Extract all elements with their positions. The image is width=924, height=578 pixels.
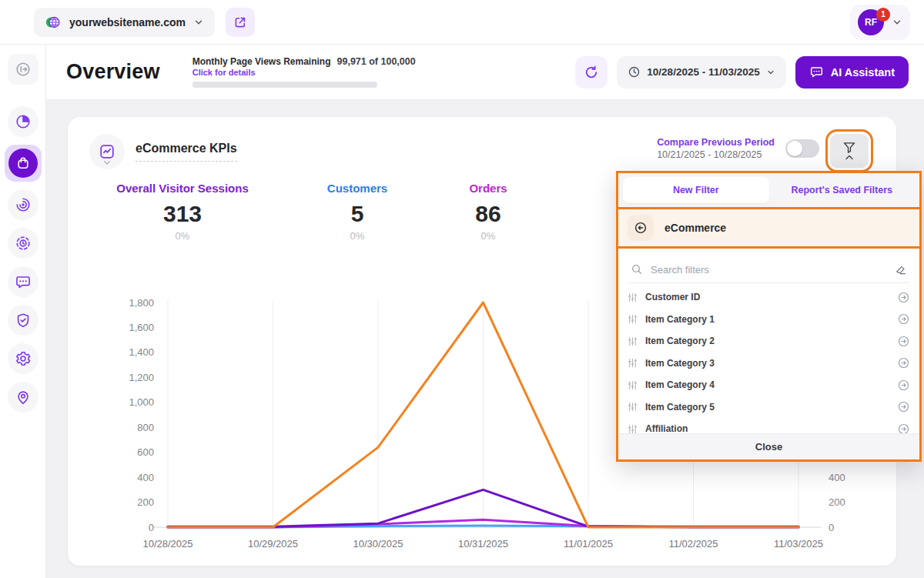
svg-text:11/03/2025: 11/03/2025 [774,538,823,550]
filter-item-item-category-5[interactable]: Item Category 5 [628,396,910,419]
svg-text:10/31/2025: 10/31/2025 [458,538,508,550]
sidebar-item-dashboard[interactable] [8,106,38,137]
filter-item-label: Item Category 4 [645,379,889,390]
notification-badge: 1 [876,8,890,22]
open-website-button[interactable] [226,8,255,37]
arrow-right-circle-icon[interactable] [897,312,910,326]
chevron-down-icon [892,17,902,28]
filter-item-item-category-2[interactable]: Item Category 2 [628,330,910,352]
filter-list: Customer IDItem Category 1Item Category … [618,283,919,433]
svg-text:10/30/2025: 10/30/2025 [353,538,403,550]
session-record-icon [15,235,32,252]
chat-bubble-icon [15,273,32,290]
svg-text:400: 400 [829,472,845,483]
filter-item-item-category-3[interactable]: Item Category 3 [628,352,910,375]
sliders-icon [628,358,638,368]
page-views-value: 99,971 of 100,000 [337,56,416,67]
filter-button[interactable] [830,134,869,168]
filter-item-item-category-4[interactable]: Item Category 4 [628,374,910,396]
svg-text:200: 200 [137,496,154,508]
svg-text:1,000: 1,000 [129,396,154,408]
compare-label: Compare Previous Period [657,137,775,148]
widget-menu-button[interactable] [89,134,125,169]
tab-new-filter[interactable]: New Filter [623,177,769,203]
sidebar-item-behavior[interactable] [8,189,38,220]
sliders-icon [628,292,638,302]
kpi-label: Overall Visitor Sessions [105,182,259,195]
svg-text:1,600: 1,600 [129,322,154,333]
arrow-right-circle-icon[interactable] [897,291,910,304]
page-views-remaining: Monthly Page Views Remaining 99,971 of 1… [192,56,416,88]
sidebar-item-locations[interactable] [8,382,38,413]
location-pin-icon [15,389,32,406]
website-selector[interactable]: yourwebsitename.com [34,8,215,37]
filter-group-ecommerce[interactable]: eCommerce [618,207,919,249]
svg-text:400: 400 [137,472,154,483]
refresh-icon [584,65,599,80]
kpi-2[interactable]: Orders860% [442,182,534,242]
svg-text:1,800: 1,800 [129,297,154,309]
date-range-picker[interactable]: 10/28/2025 - 11/03/2025 [617,56,785,89]
kpi-change: 0% [303,230,411,242]
sidebar-item-settings[interactable] [8,343,38,374]
filter-tabs: New Filter Report's Saved Filters [618,173,919,207]
page-views-details-link[interactable]: Click for details [192,68,416,77]
page-title: Overview [66,60,160,84]
kpi-value: 86 [442,201,534,227]
kpi-label: Customers [303,182,411,195]
chevron-down-icon [766,68,775,77]
filter-item-affiliation[interactable]: Affiliation [628,418,910,433]
svg-text:200: 200 [829,496,845,508]
radar-icon [15,196,32,213]
topbar: yourwebsitename.com RF 1 [0,0,924,45]
refresh-button[interactable] [575,56,608,89]
arrow-right-circle-icon[interactable] [897,356,910,369]
chevron-down-icon [193,17,204,28]
sidebar-item-privacy[interactable] [8,305,38,336]
arrow-right-circle-icon[interactable] [897,335,910,348]
svg-text:10/29/2025: 10/29/2025 [248,538,298,550]
kpi-0[interactable]: Overall Visitor Sessions3130% [105,182,259,242]
close-button[interactable]: Close [618,433,919,459]
svg-text:0: 0 [829,522,834,533]
eraser-icon[interactable] [895,263,907,276]
external-link-icon [233,15,247,29]
kpi-change: 0% [105,230,259,242]
filter-item-item-category-1[interactable]: Item Category 1 [628,309,910,331]
kpi-1[interactable]: Customers50% [303,182,411,242]
filter-group-label: eCommerce [665,222,726,234]
filter-search[interactable]: Search filters [628,256,910,283]
user-menu[interactable]: RF 1 [850,5,910,40]
svg-text:10/28/2025: 10/28/2025 [142,538,192,550]
sidebar-item-ecommerce[interactable] [5,145,42,182]
filter-item-label: Item Category 1 [645,314,889,325]
tab-saved-filters[interactable]: Report's Saved Filters [769,177,916,203]
svg-text:1,400: 1,400 [129,346,154,358]
arrow-right-circle-icon[interactable] [897,400,910,413]
arrow-right-circle-icon[interactable] [897,379,910,392]
sliders-icon [628,380,638,390]
svg-text:600: 600 [137,446,154,458]
kpi-value: 313 [105,201,259,227]
filter-item-customer-id[interactable]: Customer ID [628,286,910,309]
sidebar-collapse-button[interactable] [8,54,38,85]
arrow-right-circle-icon[interactable] [897,423,910,433]
shopping-bag-icon [15,155,31,171]
card-title: eCommerce KPIs [136,142,237,162]
kpi-value: 5 [303,201,411,227]
page-views-progressbar [192,82,377,88]
funnel-icon [842,142,856,154]
filter-item-label: Item Category 5 [645,402,889,413]
sidebar [0,45,46,578]
svg-text:0: 0 [149,522,154,533]
app-root: yourwebsitename.com RF 1 [0,0,924,578]
sidebar-item-recordings[interactable] [8,228,38,259]
sliders-icon [628,402,638,412]
compare-toggle[interactable] [785,139,819,158]
ai-assistant-button[interactable]: AI Assistant [795,56,909,89]
globe-icon [45,14,62,31]
svg-text:11/01/2025: 11/01/2025 [564,538,613,550]
filter-item-label: Item Category 3 [645,358,889,369]
sidebar-item-communication[interactable] [8,266,38,297]
svg-text:1,200: 1,200 [129,372,154,383]
